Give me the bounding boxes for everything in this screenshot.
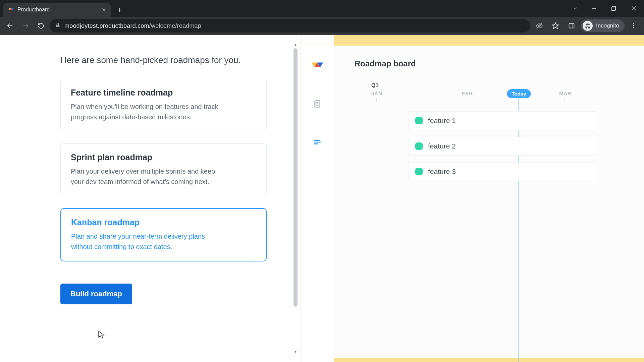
- browser-tab[interactable]: Productboard ✕: [3, 3, 111, 17]
- page-viewport: Here are some hand-picked roadmaps for y…: [0, 35, 644, 362]
- month-tick: [467, 98, 467, 102]
- maximize-window-icon[interactable]: [604, 0, 624, 17]
- option-title: Kanban roadmap: [71, 218, 256, 227]
- scrollbar[interactable]: ▴ ▾: [293, 48, 298, 349]
- svg-rect-14: [569, 23, 574, 28]
- option-feature-timeline[interactable]: Feature timeline roadmap Plan when you'l…: [60, 79, 267, 131]
- forward-button[interactable]: [19, 19, 32, 33]
- preview-board: Roadmap board Q1 JAN FEB MAR Today featu…: [334, 46, 644, 358]
- scroll-up-icon[interactable]: ▴: [293, 42, 298, 48]
- new-tab-button[interactable]: ＋: [113, 4, 125, 16]
- svg-marker-13: [552, 23, 558, 28]
- address-bar[interactable]: moodjoytest.productboard.com/welcome/roa…: [50, 19, 530, 33]
- option-title: Sprint plan roadmap: [71, 153, 256, 162]
- option-desc: Plan and share your near-term delivery p…: [71, 231, 225, 252]
- mouse-cursor-icon: [98, 331, 105, 340]
- quarter-label: Q1: [371, 82, 378, 88]
- option-desc: Plan your delivery over multiple sprints…: [71, 166, 225, 187]
- today-line: [519, 97, 519, 362]
- timeline-header: Q1 JAN FEB MAR Today: [361, 82, 644, 101]
- rail-notes-icon[interactable]: [310, 97, 325, 111]
- feature-color-chip: [415, 142, 423, 150]
- feature-label: feature 1: [428, 117, 456, 125]
- month-label-feb: FEB: [462, 90, 473, 96]
- scroll-thumb[interactable]: [293, 48, 298, 307]
- svg-point-18: [633, 27, 634, 28]
- preview-top-banner: [334, 35, 644, 46]
- rail-timeline-icon[interactable]: [310, 135, 325, 149]
- build-roadmap-button[interactable]: Build roadmap: [60, 284, 132, 304]
- tab-title: Productboard: [17, 7, 98, 13]
- feature-bar[interactable]: feature 2: [408, 137, 596, 156]
- incognito-indicator[interactable]: Incognito: [581, 19, 625, 32]
- minimize-window-icon[interactable]: [584, 0, 604, 17]
- side-panel-icon[interactable]: [565, 19, 579, 33]
- productboard-logo-icon: [310, 59, 324, 73]
- feature-bar[interactable]: feature 1: [408, 111, 596, 130]
- close-tab-icon[interactable]: ✕: [102, 7, 106, 13]
- month-tick: [564, 98, 565, 102]
- roadmap-preview: Roadmap board Q1 JAN FEB MAR Today featu…: [300, 35, 644, 362]
- incognito-avatar-icon: [583, 21, 593, 31]
- month-label-mar: MAR: [559, 90, 572, 96]
- feature-label: feature 2: [428, 142, 456, 150]
- tab-search-icon[interactable]: [567, 0, 584, 17]
- kebab-menu-icon[interactable]: [627, 19, 641, 33]
- feature-color-chip: [415, 168, 423, 175]
- preview-bottom-banner: [334, 358, 644, 362]
- lock-icon: [55, 22, 60, 29]
- back-button[interactable]: [3, 19, 17, 33]
- option-title: Feature timeline roadmap: [71, 88, 256, 98]
- svg-point-17: [633, 25, 634, 26]
- productboard-favicon-icon: [8, 7, 14, 13]
- close-window-icon[interactable]: [624, 0, 644, 17]
- incognito-label: Incognito: [596, 22, 619, 29]
- roadmap-picker-panel: Here are some hand-picked roadmaps for y…: [0, 35, 300, 362]
- option-desc: Plan when you'll be working on features …: [71, 102, 225, 122]
- svg-point-16: [633, 23, 634, 24]
- month-label-jan: JAN: [371, 90, 382, 96]
- picker-heading: Here are some hand-picked roadmaps for y…: [60, 55, 280, 65]
- url-text: moodjoytest.productboard.com/welcome/roa…: [64, 22, 201, 29]
- svg-rect-5: [612, 7, 615, 10]
- browser-toolbar: moodjoytest.productboard.com/welcome/roa…: [0, 17, 644, 35]
- preview-rail: [301, 46, 334, 362]
- window-controls: [567, 0, 644, 17]
- option-sprint-plan[interactable]: Sprint plan roadmap Plan your delivery o…: [60, 143, 267, 196]
- reload-button[interactable]: [34, 19, 48, 33]
- eye-off-icon[interactable]: [532, 19, 546, 33]
- option-kanban[interactable]: Kanban roadmap Plan and share your near-…: [60, 208, 267, 261]
- bookmark-star-icon[interactable]: [548, 19, 562, 33]
- url-path: /welcome/roadmap: [149, 22, 201, 29]
- scroll-down-icon[interactable]: ▾: [293, 349, 298, 355]
- feature-bar[interactable]: feature 3: [408, 162, 596, 181]
- url-host: moodjoytest.productboard.com: [64, 22, 149, 29]
- browser-titlebar: Productboard ✕ ＋: [0, 0, 644, 17]
- month-tick: [376, 98, 377, 102]
- feature-label: feature 3: [428, 168, 456, 176]
- feature-color-chip: [415, 117, 423, 124]
- preview-board-title: Roadmap board: [355, 59, 644, 68]
